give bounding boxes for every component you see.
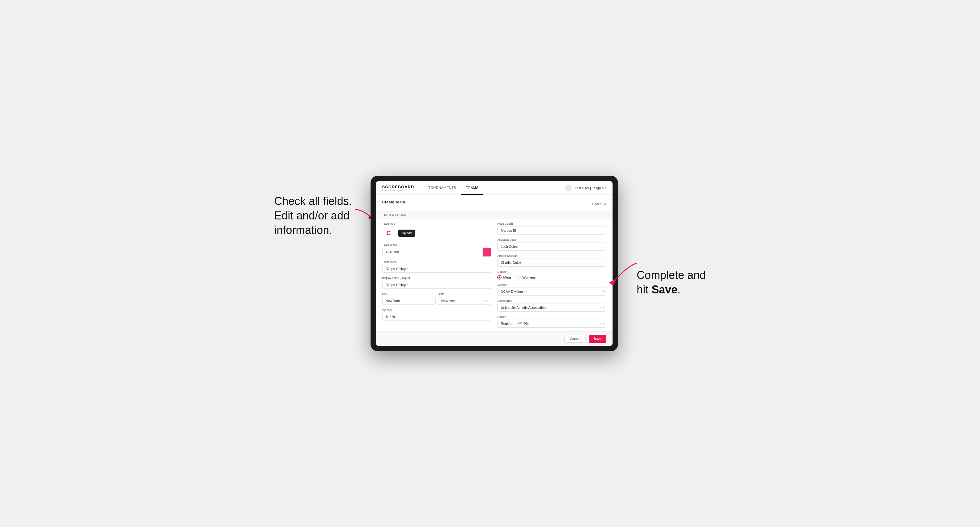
annotation-right-bold: Save: [651, 283, 677, 296]
gender-mens-option[interactable]: Mens: [497, 275, 511, 279]
annotation-left-line1: Check all fields.: [274, 195, 352, 207]
region-group: Region Region II - (M) DIII ✕ ⬍: [497, 315, 606, 328]
zip-group: Zip code: [382, 308, 492, 321]
navbar: SCOREBOARD Powered by clippd TOURNAMENTS…: [376, 181, 613, 195]
conference-select-wrapper: University Athletic Association ✕ ⬍: [497, 303, 606, 311]
city-state-row: City State New York: [382, 292, 492, 305]
color-swatch[interactable]: [482, 248, 491, 257]
gender-womens-option[interactable]: Womens: [516, 275, 536, 279]
team-colour-input[interactable]: [382, 248, 483, 256]
athletic-director-label: Athletic Director: [497, 254, 606, 257]
annotation-right-end: .: [677, 283, 680, 296]
gender-label: Gender: [497, 270, 606, 273]
mens-label: Mens: [503, 276, 511, 279]
conference-select[interactable]: University Athletic Association: [497, 303, 606, 311]
tablet-device: SCOREBOARD Powered by clippd TOURNAMENTS…: [371, 176, 618, 351]
logo-circle: C: [382, 227, 395, 240]
city-input[interactable]: [382, 297, 436, 305]
color-row: [382, 248, 492, 257]
region-select[interactable]: Region II - (M) DIII: [497, 320, 606, 328]
region-select-wrapper: Region II - (M) DIII ✕ ⬍: [497, 320, 606, 328]
logo-letter: C: [386, 230, 391, 237]
upload-button[interactable]: Upload: [398, 230, 415, 237]
header-cancel-btn[interactable]: Cancel ✕: [592, 202, 606, 206]
state-select-wrapper: New York ✕ ⬍: [438, 297, 492, 305]
conference-label: Conference: [497, 299, 606, 302]
logo-area: SCOREBOARD Powered by clippd: [382, 185, 414, 191]
team-name-label: Team name: [382, 260, 492, 264]
two-col-layout: Team logo C Upload Team colour: [382, 222, 607, 331]
logo-sub: Powered by clippd: [382, 189, 414, 191]
region-label: Region: [497, 315, 606, 318]
division-select-wrapper: NCAA Division III ⬍: [497, 287, 606, 295]
tablet-screen: SCOREBOARD Powered by clippd TOURNAMENTS…: [376, 181, 613, 346]
state-label: State: [438, 292, 492, 295]
nav-user: Test User | Sign out: [565, 185, 607, 191]
section-header: TEAM DETAILS: [376, 211, 613, 219]
form-title: Create Team: [382, 200, 405, 204]
zip-label: Zip code: [382, 308, 492, 311]
save-button[interactable]: Save: [589, 335, 607, 343]
team-name-input[interactable]: [382, 265, 492, 273]
womens-radio-dot[interactable]: [516, 275, 521, 279]
state-group: State New York ✕ ⬍: [438, 292, 492, 305]
annotation-left-line2: Edit and/or add: [274, 209, 350, 222]
city-group: City: [382, 292, 436, 305]
user-avatar: [565, 185, 572, 191]
logo-section: C Upload: [382, 227, 492, 240]
user-name: Test User |: [575, 186, 591, 190]
assistant-coach-label: Assistant Coach: [497, 238, 606, 241]
womens-label: Womens: [522, 276, 536, 279]
display-name-label: Display name (unique): [382, 276, 492, 279]
division-select[interactable]: NCAA Division III: [497, 287, 606, 295]
annotation-left: Check all fields. Edit and/or add inform…: [274, 176, 352, 237]
team-colour-label: Team colour: [382, 243, 492, 246]
zip-input[interactable]: [382, 313, 492, 321]
cancel-button[interactable]: Cancel: [565, 335, 585, 343]
assistant-coach-group: Assistant Coach: [497, 238, 606, 251]
annotation-left-line3: information.: [274, 224, 332, 237]
division-group: Division NCAA Division III ⬍: [497, 283, 606, 295]
form-footer: Cancel Save: [376, 331, 613, 346]
sign-out-link[interactable]: Sign out: [594, 186, 606, 190]
annotation-right-line2: hit: [636, 283, 651, 296]
annotation-right-line1: Complete and: [636, 269, 706, 281]
arrow-right-icon: [609, 260, 640, 285]
nav-teams[interactable]: TEAMS: [461, 181, 484, 195]
team-logo-group: Team logo C Upload: [382, 222, 492, 240]
nav-links: TOURNAMENTS TEAMS: [423, 181, 565, 195]
left-col: Team logo C Upload Team colour: [382, 222, 492, 331]
city-state-group: City State New York: [382, 292, 492, 305]
athletic-director-input[interactable]: [497, 259, 606, 267]
gender-radio-group: Mens Womens: [497, 275, 606, 279]
nav-tournaments[interactable]: TOURNAMENTS: [423, 181, 461, 195]
form-container: Create Team Cancel ✕ TEAM DETAILS Team l…: [376, 195, 613, 346]
logo-title: SCOREBOARD: [382, 185, 414, 189]
city-label: City: [382, 292, 436, 295]
conference-group: Conference University Athletic Associati…: [497, 299, 606, 311]
right-col: Head Coach Assistant Coach Athletic Dire…: [497, 222, 606, 331]
mens-radio-dot[interactable]: [497, 275, 501, 279]
annotation-right: Complete and hit Save.: [636, 176, 706, 297]
athletic-director-group: Athletic Director: [497, 254, 606, 267]
display-name-input[interactable]: [382, 281, 492, 289]
division-label: Division: [497, 283, 606, 286]
team-name-group: Team name: [382, 260, 492, 273]
assistant-coach-input[interactable]: [497, 243, 606, 251]
head-coach-input[interactable]: [497, 227, 606, 235]
head-coach-group: Head Coach: [497, 222, 606, 235]
state-select[interactable]: New York: [438, 297, 492, 305]
head-coach-label: Head Coach: [497, 222, 606, 225]
team-logo-label: Team logo: [382, 222, 492, 225]
form-header-row: Create Team Cancel ✕: [382, 200, 607, 208]
display-name-group: Display name (unique): [382, 276, 492, 289]
team-colour-group: Team colour: [382, 243, 492, 257]
gender-group: Gender Mens Womens: [497, 270, 606, 279]
